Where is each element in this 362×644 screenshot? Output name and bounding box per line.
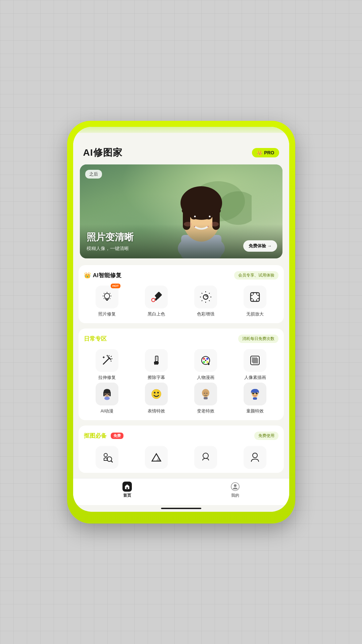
- daily-row2: AI动漫 表情特效: [84, 383, 278, 414]
- feature-sketch[interactable]: 人像素描画: [232, 349, 278, 381]
- svg-text:✦: ✦: [106, 354, 109, 357]
- upscale-icon-box: [244, 286, 266, 308]
- feature-enhance[interactable]: 色彩增强: [183, 286, 229, 317]
- feature-cartoon[interactable]: 人物漫画: [183, 349, 229, 381]
- svg-line-51: [111, 356, 112, 357]
- expression-icon-box: [145, 383, 168, 405]
- crown-icon: 👑: [257, 150, 262, 155]
- svg-point-70: [205, 360, 206, 361]
- cutout-icon-grid: [84, 446, 278, 473]
- daily-section: 日常专区 消耗每日免费次数: [79, 329, 284, 420]
- cutout-icon-3: [194, 446, 217, 469]
- after-label: 之后: [85, 170, 102, 179]
- svg-point-89: [154, 392, 156, 393]
- svg-rect-82: [103, 392, 105, 396]
- ai-section-title: 👑 AI智能修复: [84, 271, 121, 279]
- svg-line-53: [111, 361, 111, 361]
- ai-icon-grid: HOT 照片修复 黑白上色: [84, 286, 278, 317]
- svg-point-67: [206, 358, 208, 360]
- feature-expression[interactable]: 表情特效: [133, 383, 180, 414]
- svg-point-108: [203, 453, 208, 458]
- svg-line-35: [209, 300, 210, 301]
- colorize-label: 黑白上色: [148, 311, 165, 317]
- ai-section-header: 👑 AI智能修复 会员专享、试用体验: [84, 271, 278, 280]
- svg-rect-87: [105, 397, 109, 399]
- home-nav-label: 首页: [123, 493, 131, 498]
- feature-stretch[interactable]: ✦ ✦ 拉伸修复: [84, 349, 131, 381]
- feature-colorize[interactable]: 黑白上色: [133, 286, 180, 317]
- svg-line-20: [104, 293, 105, 294]
- svg-line-25: [110, 298, 110, 299]
- erase-label: 擦除字幕: [148, 375, 165, 381]
- mountain-icon: [150, 451, 163, 464]
- daily-section-badge: 消耗每日免费次数: [238, 335, 278, 343]
- svg-point-69: [206, 361, 208, 363]
- svg-line-105: [111, 461, 112, 462]
- svg-line-36: [209, 293, 210, 294]
- feature-upscale[interactable]: 无损放大: [232, 286, 278, 317]
- young-person-icon: [249, 388, 261, 400]
- svg-rect-39: [251, 293, 259, 301]
- svg-point-98: [252, 392, 254, 394]
- svg-line-50: [109, 355, 109, 356]
- svg-point-101: [257, 392, 257, 393]
- paint-icon: [150, 291, 163, 303]
- svg-point-84: [105, 394, 107, 395]
- stretch-label: 拉伸修复: [98, 375, 116, 381]
- cartoon-icon-box: [194, 349, 217, 372]
- feature-aging[interactable]: 变老特效: [183, 383, 229, 414]
- cutout-item-1[interactable]: [84, 446, 131, 469]
- mine-nav-label: 我的: [231, 493, 239, 498]
- daily-section-header: 日常专区 消耗每日免费次数: [84, 335, 278, 343]
- svg-point-68: [203, 361, 205, 363]
- svg-point-91: [202, 389, 209, 397]
- aging-label: 变老特效: [197, 408, 214, 414]
- feature-youth[interactable]: 童颜特效: [232, 383, 278, 414]
- feature-erase[interactable]: 擦除字幕: [133, 349, 180, 381]
- cutout-icon-2: [145, 446, 168, 469]
- cutout-badge: 免费使用: [254, 432, 278, 440]
- svg-point-85: [108, 394, 109, 395]
- hot-badge: HOT: [111, 284, 120, 288]
- wand-icon: ✦ ✦: [101, 354, 113, 367]
- enhance-label: 色彩增强: [197, 311, 214, 317]
- svg-line-34: [202, 293, 202, 294]
- expression-label: 表情特效: [148, 408, 165, 414]
- cutout-item-3[interactable]: [183, 446, 229, 469]
- lightbulb-icon: [101, 291, 113, 303]
- mine-icon: [230, 482, 240, 491]
- sketch-label: 人像素描画: [244, 375, 266, 381]
- phone-screen: AI修图家 👑 PRO: [73, 127, 289, 512]
- enlarge-icon: [249, 291, 261, 303]
- svg-rect-83: [109, 392, 111, 396]
- svg-point-97: [251, 389, 259, 393]
- svg-rect-26: [155, 291, 162, 299]
- old-person-icon: [199, 388, 212, 400]
- head-icon: [199, 451, 212, 464]
- svg-line-21: [110, 293, 110, 294]
- feature-anime[interactable]: AI动漫: [84, 383, 131, 414]
- svg-point-9: [182, 205, 221, 217]
- svg-point-112: [234, 484, 237, 487]
- feature-photo-repair[interactable]: HOT 照片修复: [84, 286, 131, 317]
- hero-cta-button[interactable]: 免费体验 →: [243, 240, 277, 252]
- cutout-item-2[interactable]: [133, 446, 180, 469]
- anime-label: AI动漫: [101, 408, 113, 414]
- svg-point-90: [157, 392, 159, 393]
- sketch-icon-box: [244, 349, 266, 372]
- cutout-item-4[interactable]: [232, 446, 278, 469]
- bottom-navigation: 首页 我的: [73, 478, 289, 505]
- cutout-section-title: 抠图必备 免费: [84, 432, 123, 440]
- svg-line-24: [104, 298, 105, 299]
- smiley-icon: [150, 388, 163, 400]
- bottom-spacer: [73, 509, 289, 512]
- svg-point-28: [152, 298, 155, 302]
- nav-home[interactable]: 首页: [73, 482, 181, 498]
- nav-mine[interactable]: 我的: [181, 482, 289, 498]
- hero-banner[interactable]: 之后 照片变清晰 模糊人像，一键清晰 免费体验 →: [80, 164, 282, 258]
- daily-section-title: 日常专区: [84, 335, 107, 343]
- cutout-section: 抠图必备 免费 免费使用: [79, 426, 284, 473]
- pro-badge[interactable]: 👑 PRO: [252, 148, 279, 157]
- cutout-section-header: 抠图必备 免费 免费使用: [84, 432, 278, 440]
- anime-face-icon: [101, 388, 113, 400]
